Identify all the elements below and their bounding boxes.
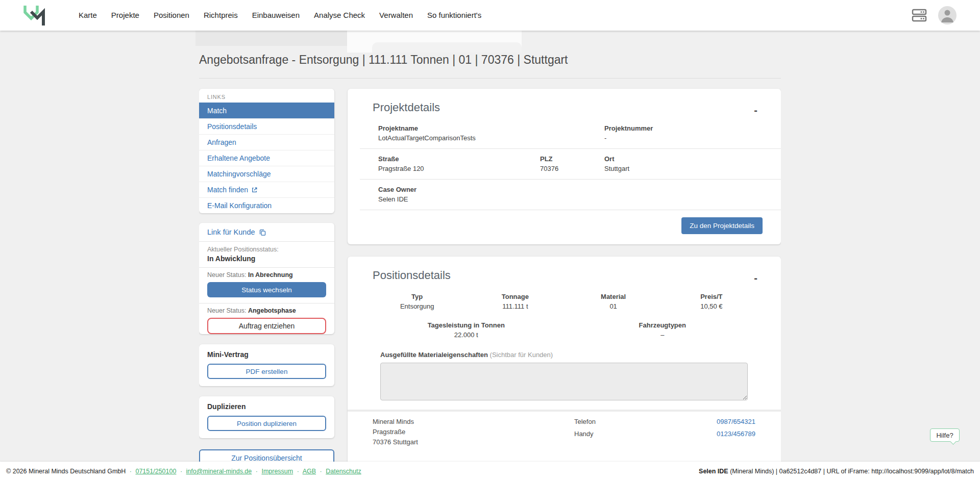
links-card: LINKS Match Positionsdetails Anfragen Er…: [199, 89, 334, 213]
session-details: (Mineral Minds) | 0a62512c4d87 | URL of …: [728, 468, 974, 475]
phone-link[interactable]: 0987/654321: [717, 418, 755, 425]
field-value: 10,50 €: [663, 302, 761, 310]
new-status-label: Neuer Status:: [207, 307, 246, 314]
copyright-text: © 2026 Mineral Minds Deutschland GmbH: [6, 468, 126, 475]
footer-link-impressum[interactable]: Impressum: [261, 468, 293, 475]
copy-icon: [259, 229, 266, 236]
field-label: Typ: [368, 293, 466, 300]
mini-contract-card: Mini-Vertrag PDF erstellen: [199, 344, 334, 386]
phone-row: Handy 0123/456789: [574, 430, 755, 438]
nav-item-einbauweisen[interactable]: Einbauweisen: [245, 0, 307, 31]
new-status-line: Neuer Status: Angebotsphase: [199, 303, 334, 314]
duplicate-position-button[interactable]: Position duplizieren: [207, 416, 326, 431]
user-avatar[interactable]: [938, 6, 957, 24]
sidebar-item-anfragen[interactable]: Anfragen: [199, 134, 334, 150]
external-link-icon: [251, 187, 258, 193]
phone-row: Telefon 0987/654321: [574, 418, 755, 425]
create-pdf-button[interactable]: PDF erstellen: [207, 364, 326, 379]
field-tagesleistung: Tagesleistung in Tonnen 22.000 t: [368, 321, 565, 339]
customer-link[interactable]: Link für Kunde: [199, 223, 334, 241]
field-value: Entsorgung: [368, 302, 466, 310]
position-row: Tagesleistung in Tonnen 22.000 t Fahrzeu…: [348, 311, 781, 342]
field-value: Selen IDE: [378, 195, 604, 203]
mineral-minds-logo[interactable]: [22, 4, 46, 27]
new-status-label: Neuer Status:: [207, 271, 246, 279]
field-value: 111.111 t: [466, 302, 564, 310]
field-label: Projektname: [378, 124, 604, 132]
collapse-button[interactable]: -: [754, 105, 757, 115]
help-button[interactable]: Hilfe?: [930, 428, 960, 442]
field-value: 70376: [540, 165, 604, 172]
sidebar-item-matchingvorschlaege[interactable]: Matchingvorschläge: [199, 166, 334, 182]
footer-bar: © 2026 Mineral Minds Deutschland GmbH · …: [0, 462, 980, 481]
to-project-details-button[interactable]: Zu den Projektdetails: [681, 217, 763, 234]
duplicate-title: Duplizieren: [207, 402, 326, 411]
page-content: Angebotsanfrage - Entsorgung | 111.111 T…: [199, 31, 781, 462]
project-row: Projektname LotActualTargetComparisonTes…: [348, 118, 781, 148]
footer-link-agb[interactable]: AGB: [303, 468, 316, 475]
main-nav: Karte Projekte Positionen Richtpreis Ein…: [71, 0, 488, 31]
new-status-value: Angebotsphase: [248, 307, 296, 314]
project-row: Case Owner Selen IDE: [348, 180, 781, 210]
nav-item-verwalten[interactable]: Verwalten: [372, 0, 420, 31]
duplicate-card: Duplizieren Position duplizieren: [199, 396, 334, 438]
page-title: Angebotsanfrage - Entsorgung | 111.111 T…: [199, 53, 781, 67]
material-properties-textarea[interactable]: [380, 363, 748, 400]
sidebar-item-label: Match finden: [207, 186, 248, 194]
field-value: Pragstraße 120: [378, 165, 540, 172]
position-overview-button[interactable]: Zur Positionsübersicht: [199, 449, 334, 462]
footer-link-phone[interactable]: 07151/250100: [135, 468, 176, 475]
footer-link-email[interactable]: info@mineral-minds.de: [186, 468, 252, 475]
field-label: Ort: [604, 155, 781, 163]
nav-item-positionen[interactable]: Positionen: [146, 0, 197, 31]
field-label: Straße: [378, 155, 540, 163]
server-icon[interactable]: [912, 8, 927, 22]
contact-city: 70376 Stuttgart: [373, 437, 418, 447]
field-label: Material: [565, 293, 663, 300]
footer-left: © 2026 Mineral Minds Deutschland GmbH · …: [6, 468, 361, 475]
sidebar-item-match-finden[interactable]: Match finden: [199, 182, 334, 197]
status-card: Link für Kunde Aktueller Positionsstatus…: [199, 223, 334, 334]
current-status-value: In Abwicklung: [207, 255, 326, 263]
field-preis: Preis/T 10,50 €: [663, 293, 761, 310]
field-value: LotActualTargetComparisonTests: [378, 134, 604, 142]
field-value: –: [565, 331, 761, 339]
field-fahrzeugtypen: Fahrzeugtypen –: [565, 321, 761, 339]
footer-separator: ·: [256, 468, 258, 475]
phone-label: Telefon: [574, 418, 596, 425]
mobile-link[interactable]: 0123/456789: [717, 430, 755, 438]
footer-separator: ·: [297, 468, 299, 475]
sidebar-item-erhaltene-angebote[interactable]: Erhaltene Angebote: [199, 150, 334, 166]
field-label: Ausgefüllte Materialeigenschaften: [380, 351, 488, 359]
field-case-owner: Case Owner Selen IDE: [378, 186, 604, 203]
field-value: 01: [565, 302, 663, 310]
nav-item-analyse-check[interactable]: Analyse Check: [307, 0, 372, 31]
field-projektname: Projektname LotActualTargetComparisonTes…: [378, 124, 604, 142]
person-icon: [938, 6, 957, 24]
contact-phones: Telefon 0987/654321 Handy 0123/456789: [574, 417, 755, 447]
nav-item-projekte[interactable]: Projekte: [104, 0, 146, 31]
field-label: Tagesleistung in Tonnen: [368, 321, 565, 329]
field-value: Stuttgart: [604, 165, 781, 172]
main-column: Projektdetails - Projektname LotActualTa…: [348, 89, 781, 462]
field-value: 22.000 t: [368, 331, 565, 339]
field-material: Material 01: [565, 293, 663, 310]
nav-item-richtpreis[interactable]: Richtpreis: [197, 0, 245, 31]
field-label: Tonnage: [466, 293, 564, 300]
collapse-button[interactable]: -: [754, 273, 757, 283]
sidebar: LINKS Match Positionsdetails Anfragen Er…: [199, 89, 334, 462]
field-tonnage: Tonnage 111.111 t: [466, 293, 564, 310]
nav-item-karte[interactable]: Karte: [71, 0, 104, 31]
withdraw-order-button[interactable]: Auftrag entziehen: [207, 318, 326, 334]
status-change-button[interactable]: Status wechseln: [207, 282, 326, 297]
nav-item-so-funktionierts[interactable]: So funktioniert's: [420, 0, 488, 31]
field-projektnummer: Projektnummer -: [604, 124, 781, 142]
sidebar-item-positionsdetails[interactable]: Positionsdetails: [199, 118, 334, 134]
footer-link-datenschutz[interactable]: Datenschutz: [326, 468, 361, 475]
current-status: Aktueller Positionsstatus: In Abwicklung: [199, 242, 334, 267]
sidebar-item-email-konfiguration[interactable]: E-Mail Konfiguration: [199, 197, 334, 213]
footer-separator: ·: [130, 468, 132, 475]
sidebar-item-match[interactable]: Match: [199, 103, 334, 118]
field-value: -: [604, 134, 781, 142]
current-status-label: Aktueller Positionsstatus:: [207, 246, 326, 253]
